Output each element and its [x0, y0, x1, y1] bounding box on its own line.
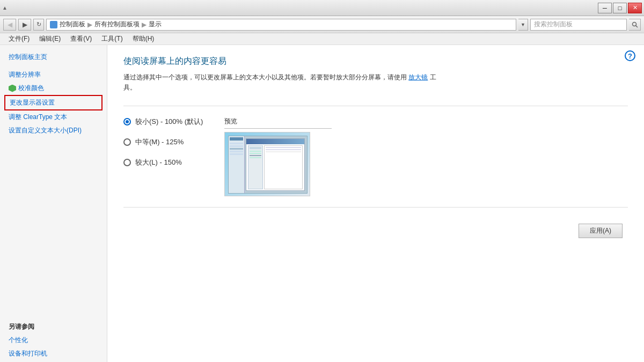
magnifier-link[interactable]: 放大镜 — [408, 73, 428, 81]
apply-button[interactable]: 应用(A) — [579, 224, 623, 238]
menu-file[interactable]: 文件(F) — [4, 34, 34, 45]
title-bar: ▲ ─ □ ✕ — [0, 0, 644, 16]
content-description: 通过选择其中一个选项，可以更改屏幕上的文本大小以及其他项。若要暂时放大部分分屏幕… — [123, 72, 445, 93]
search-placeholder: 搜索控制面板 — [534, 20, 573, 29]
radio-medium[interactable]: 中等(M) - 125% — [123, 137, 203, 147]
forward-button[interactable]: ▶ — [18, 19, 31, 31]
radio-circle-medium — [123, 138, 131, 146]
menu-help[interactable]: 帮助(H) — [128, 34, 159, 45]
back-button[interactable]: ◀ — [3, 19, 16, 31]
svg-point-0 — [632, 22, 636, 26]
main-layout: 控制面板主页 调整分辨率 校准颜色 更改显示器设置 调整 ClearType 文… — [0, 45, 644, 362]
radio-circle-small — [123, 118, 131, 125]
sidebar: 控制面板主页 调整分辨率 校准颜色 更改显示器设置 调整 ClearType 文… — [0, 45, 107, 362]
address-bar[interactable]: 控制面板 ▶ 所有控制面板项 ▶ 显示 — [46, 19, 516, 31]
apply-row: 应用(A) — [123, 224, 628, 238]
preview-section: 预览 — [224, 117, 332, 196]
search-button[interactable] — [629, 19, 641, 31]
menu-bar: 文件(F) 编辑(E) 查看(V) 工具(T) 帮助(H) — [0, 33, 644, 45]
radio-large[interactable]: 较大(L) - 150% — [123, 158, 203, 167]
radio-medium-label: 中等(M) - 125% — [135, 137, 184, 147]
sidebar-link-personalize[interactable]: 个性化 — [0, 334, 107, 347]
radio-small[interactable]: 较小(S) - 100% (默认) — [123, 117, 203, 127]
menu-edit[interactable]: 编辑(E) — [35, 34, 65, 45]
title-bar-controls: ─ □ ✕ — [598, 3, 642, 13]
refresh-button[interactable]: ↻ — [33, 19, 44, 31]
menu-tools[interactable]: 工具(T) — [97, 34, 127, 45]
page-title: 使阅读屏幕上的内容更容易 — [123, 56, 628, 67]
address-dropdown[interactable]: ▼ — [518, 19, 528, 31]
maximize-button[interactable]: □ — [613, 3, 627, 13]
search-icon — [632, 21, 638, 28]
sidebar-link-home[interactable]: 控制面板主页 — [0, 50, 107, 64]
preview-label: 预览 — [224, 117, 332, 129]
address-path1: 所有控制面板项 — [94, 20, 140, 29]
radio-small-label: 较小(S) - 100% (默认) — [135, 117, 203, 127]
nav-bar: ◀ ▶ ↻ 控制面板 ▶ 所有控制面板项 ▶ 显示 ▼ 搜索控制面板 — [0, 16, 644, 33]
address-prefix: 控制面板 — [60, 20, 85, 29]
desc-text: 通过选择其中一个选项，可以更改屏幕上的文本大小以及其他项。若要暂时放大部分分屏幕… — [123, 73, 407, 81]
sidebar-link-display-active[interactable]: 更改显示器设置 — [4, 95, 103, 110]
title-bar-left: ▲ — [2, 5, 8, 11]
bottom-divider — [123, 207, 628, 208]
options-row: 较小(S) - 100% (默认) 中等(M) - 125% 较大(L) - 1… — [123, 117, 628, 196]
also-see-heading: 另请参阅 — [0, 320, 107, 334]
address-icon — [50, 21, 57, 28]
help-button[interactable]: ? — [625, 50, 635, 61]
menu-view[interactable]: 查看(V) — [66, 34, 96, 45]
shield-icon — [9, 85, 16, 92]
close-button[interactable]: ✕ — [628, 3, 642, 13]
radio-circle-large — [123, 159, 131, 166]
address-sep2: ▶ — [142, 21, 147, 28]
content-area: ? 使阅读屏幕上的内容更容易 通过选择其中一个选项，可以更改屏幕上的文本大小以及… — [107, 45, 644, 362]
radio-dot-small — [126, 120, 129, 123]
preview-image — [224, 132, 310, 196]
sidebar-link-devices[interactable]: 设备和打印机 — [0, 347, 107, 360]
svg-line-1 — [635, 25, 638, 27]
address-sep1: ▶ — [87, 21, 92, 28]
sidebar-link-customdpi[interactable]: 设置自定义文本大小(DPI) — [0, 124, 107, 137]
minimize-button[interactable]: ─ — [598, 3, 612, 13]
sidebar-color-label: 校准颜色 — [18, 84, 44, 93]
section-divider — [123, 106, 628, 106]
address-path2: 显示 — [149, 20, 162, 29]
sidebar-link-resolution[interactable]: 调整分辨率 — [0, 68, 107, 82]
cursor-icon: ▲ — [2, 5, 8, 11]
search-bar[interactable]: 搜索控制面板 — [530, 19, 627, 31]
sidebar-link-cleartype[interactable]: 调整 ClearType 文本 — [0, 110, 107, 124]
sidebar-link-color[interactable]: 校准颜色 — [0, 82, 107, 95]
radio-large-label: 较大(L) - 150% — [135, 158, 182, 167]
radio-group: 较小(S) - 100% (默认) 中等(M) - 125% 较大(L) - 1… — [123, 117, 203, 167]
